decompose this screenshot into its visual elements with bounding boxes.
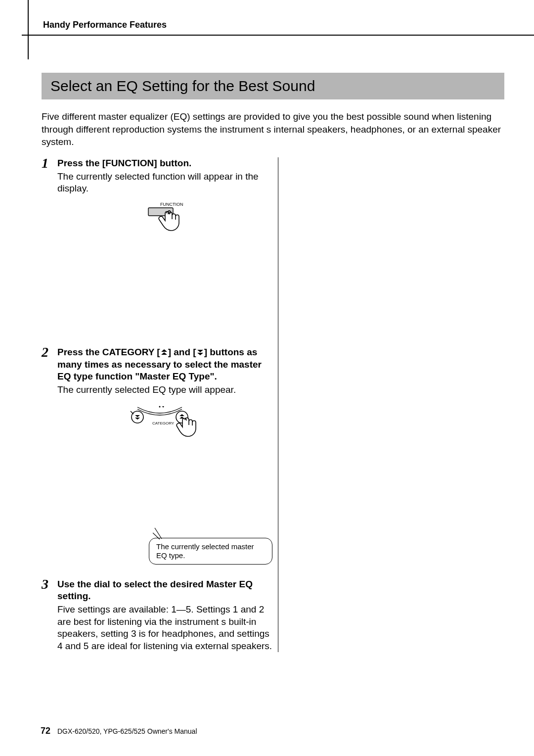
function-button-icon: FUNCTION (137, 201, 197, 240)
step-number: 2 (42, 344, 48, 360)
step-body: Five settings are available: 1—5. Settin… (57, 604, 276, 653)
columns: 1 Press the [FUNCTION] button. The curre… (42, 157, 504, 653)
category-label: CATEGORY (152, 421, 175, 425)
left-column: 1 Press the [FUNCTION] button. The curre… (42, 157, 276, 653)
category-panel-figure: CATEGORY (57, 402, 276, 449)
page-number: 72 (41, 726, 50, 736)
function-button-figure: FUNCTION (57, 201, 276, 242)
callout-text: The currently selected master EQ type. (149, 538, 272, 565)
header-row: Handy Performance Features (42, 20, 504, 33)
callout-tail-icon (153, 527, 168, 540)
column-divider (278, 157, 278, 652)
document-page: Handy Performance Features Select an EQ … (0, 0, 534, 756)
vertical-rule (28, 0, 29, 59)
step-2: 2 Press the CATEGORY [] and [] buttons a… (42, 346, 276, 565)
svg-point-1 (159, 406, 160, 407)
step-heading: Press the [FUNCTION] button. (57, 157, 276, 170)
step-heading: Use the dial to select the desired Maste… (57, 578, 276, 603)
category-up-icon (160, 349, 168, 356)
step-number: 3 (42, 576, 48, 592)
step2-text-pre: Press the CATEGORY [ (57, 347, 160, 357)
step-3: 3 Use the dial to select the desired Mas… (42, 578, 276, 653)
step2-text-mid: ] and [ (168, 347, 196, 357)
horizontal-rule (22, 35, 534, 36)
step-1: 1 Press the [FUNCTION] button. The curre… (42, 157, 276, 242)
callout: The currently selected master EQ type. (149, 538, 272, 565)
step-body: The currently selected function will app… (57, 171, 276, 195)
step-heading: Press the CATEGORY [] and [] buttons as … (57, 346, 276, 383)
category-down-icon (196, 349, 204, 356)
function-label: FUNCTION (160, 202, 183, 207)
content: Select an EQ Setting for the Best Sound … (42, 73, 504, 653)
footer: 72 DGX-620/520, YPG-625/525 Owner's Manu… (41, 726, 197, 736)
section-header: Handy Performance Features (42, 20, 504, 33)
category-panel-icon: CATEGORY (123, 402, 212, 447)
page-title: Select an EQ Setting for the Best Sound (42, 73, 504, 99)
manual-title: DGX-620/520, YPG-625/525 Owner's Manual (57, 727, 197, 735)
intro-paragraph: Five different master equalizer (EQ) set… (42, 110, 504, 148)
step-number: 1 (42, 155, 48, 171)
step-body: The currently selected EQ type will appe… (57, 384, 276, 396)
